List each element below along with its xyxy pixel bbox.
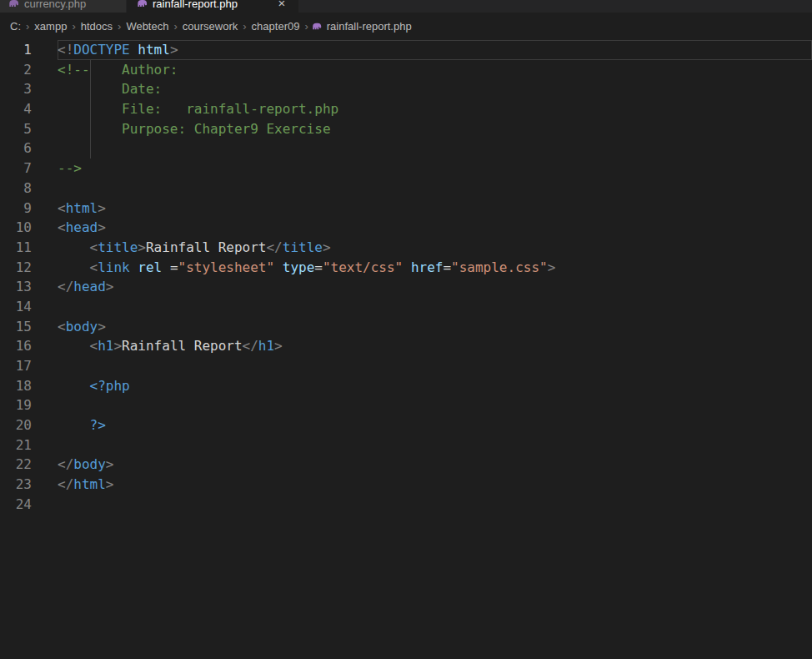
breadcrumb-file[interactable]: rainfall-report.php — [312, 20, 412, 33]
code-line-content[interactable] — [58, 297, 812, 317]
code-line-content[interactable] — [58, 356, 812, 376]
chevron-right-icon: › — [239, 20, 249, 33]
line-number: 12 — [0, 258, 58, 278]
indent-guide — [90, 79, 91, 99]
code-line-content[interactable] — [58, 395, 812, 415]
line-number: 24 — [0, 495, 58, 515]
chevron-right-icon: › — [23, 20, 33, 33]
code-line-content[interactable]: </head> — [58, 277, 812, 297]
breadcrumb-file-label: rainfall-report.php — [327, 20, 412, 33]
indent-guide — [90, 138, 91, 158]
line-number: 14 — [0, 297, 58, 317]
code-line-content[interactable]: <body> — [58, 317, 812, 337]
line-number: 23 — [0, 475, 58, 495]
code-line-content[interactable]: <?php — [58, 376, 812, 396]
tab-label: currency.php — [24, 0, 86, 10]
line-number: 4 — [0, 99, 58, 119]
code-line: 13</head> — [0, 277, 812, 297]
code-line: 6 — [0, 138, 812, 158]
code-line-content[interactable] — [58, 138, 812, 158]
code-line: 11 <title>Rainfall Report</title> — [0, 238, 812, 258]
line-number: 6 — [0, 138, 58, 158]
code-line: 4 File: rainfall-report.php — [0, 99, 812, 119]
code-line: 3 Date: — [0, 79, 812, 99]
code-line: 2<!-- Author: — [0, 60, 812, 80]
code-line: 14 — [0, 297, 812, 317]
breadcrumb-item[interactable]: coursework — [181, 20, 239, 33]
line-number: 9 — [0, 199, 58, 219]
close-icon[interactable]: × — [275, 0, 288, 9]
line-number: 22 — [0, 455, 58, 475]
chevron-right-icon: › — [114, 20, 124, 33]
line-number: 18 — [0, 376, 58, 396]
line-number: 5 — [0, 119, 58, 139]
code-line-content[interactable]: <title>Rainfall Report</title> — [58, 238, 812, 258]
php-icon — [137, 0, 148, 9]
code-line-content[interactable] — [58, 179, 812, 199]
line-number: 16 — [0, 336, 58, 356]
line-number: 17 — [0, 356, 58, 376]
php-icon — [312, 21, 323, 32]
indent-guide — [90, 99, 91, 119]
chevron-right-icon: › — [68, 20, 78, 33]
line-number: 7 — [0, 158, 58, 179]
chevron-right-icon: › — [170, 20, 180, 33]
code-line: 7--> — [0, 158, 812, 179]
code-line: 1<!DOCTYPE html> — [0, 40, 812, 60]
code-line-content[interactable]: File: rainfall-report.php — [58, 99, 812, 119]
line-number: 15 — [0, 317, 58, 337]
code-line: 16 <h1>Rainfall Report</h1> — [0, 336, 812, 356]
code-line-content[interactable]: <!-- Author: — [58, 60, 812, 80]
php-icon — [8, 0, 20, 9]
code-line-content[interactable]: <link rel ="stylesheet" type="text/css" … — [58, 258, 812, 278]
code-line: 21 — [0, 435, 812, 455]
code-line-content[interactable]: <html> — [58, 199, 812, 219]
breadcrumb-item[interactable]: xampp — [33, 20, 68, 33]
code-line-content[interactable]: <head> — [58, 218, 812, 238]
line-number: 3 — [0, 79, 58, 99]
code-line-content[interactable]: </html> — [58, 475, 812, 495]
code-line-content[interactable] — [58, 495, 812, 515]
tab-label: rainfall-report.php — [153, 0, 238, 10]
code-line-content[interactable]: Date: — [58, 79, 812, 99]
line-number: 1 — [0, 40, 58, 60]
vscode-window: currency.phprainfall-report.php× C:›xamp… — [0, 0, 812, 659]
code-line-content[interactable]: <h1>Rainfall Report</h1> — [58, 336, 812, 356]
code-line-content[interactable] — [58, 435, 812, 455]
breadcrumb-item[interactable]: chapter09 — [250, 20, 302, 33]
code-line: 23</html> — [0, 475, 812, 495]
line-number: 19 — [0, 395, 58, 415]
indent-guide — [90, 60, 91, 80]
tab-bar: currency.phprainfall-report.php× — [0, 0, 812, 13]
code-line: 17 — [0, 356, 812, 376]
code-line-content[interactable]: Purpose: Chapter9 Exercise — [58, 119, 812, 139]
line-number: 2 — [0, 60, 58, 80]
breadcrumb-item[interactable]: htdocs — [79, 20, 114, 33]
code-line: 12 <link rel ="stylesheet" type="text/cs… — [0, 258, 812, 278]
code-line: 8 — [0, 179, 812, 199]
code-line: 9<html> — [0, 199, 812, 219]
line-number: 8 — [0, 179, 58, 199]
line-number: 13 — [0, 277, 58, 297]
line-number: 11 — [0, 238, 58, 258]
code-line: 19 — [0, 395, 812, 415]
code-line-content[interactable]: <!DOCTYPE html> — [58, 40, 812, 60]
code-line-content[interactable]: ?> — [58, 415, 812, 435]
code-line: 5 Purpose: Chapter9 Exercise — [0, 119, 812, 139]
breadcrumb: C:›xampp›htdocs›Webtech›coursework›chapt… — [0, 13, 812, 40]
code-line: 22</body> — [0, 455, 812, 475]
tab-rainfall-report-php[interactable]: rainfall-report.php× — [127, 0, 299, 13]
line-number: 20 — [0, 415, 58, 435]
tab-currency-php[interactable]: currency.php — [0, 0, 127, 13]
code-line: 20 ?> — [0, 415, 812, 435]
code-line-content[interactable]: </body> — [58, 455, 812, 475]
breadcrumb-item[interactable]: Webtech — [124, 20, 170, 33]
breadcrumb-item[interactable]: C: — [8, 20, 23, 33]
code-editor[interactable]: 1<!DOCTYPE html>2<!-- Author:3 Date:4 Fi… — [0, 40, 812, 659]
code-lines: 1<!DOCTYPE html>2<!-- Author:3 Date:4 Fi… — [0, 40, 812, 515]
code-line: 10<head> — [0, 218, 812, 238]
indent-guide — [90, 119, 91, 139]
line-number: 21 — [0, 435, 58, 455]
code-line-content[interactable]: --> — [58, 158, 812, 179]
code-line: 18 <?php — [0, 376, 812, 396]
